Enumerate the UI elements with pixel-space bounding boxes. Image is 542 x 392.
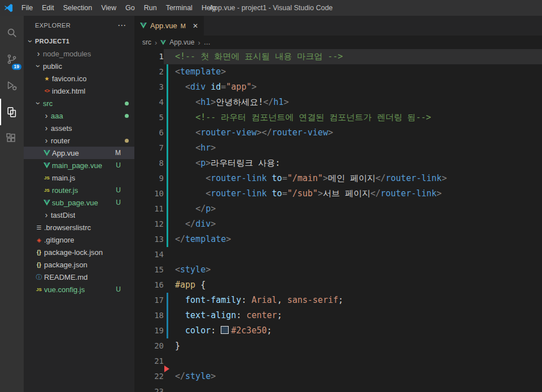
file-label: .gitignore [44,236,74,244]
js-file-icon: JS [42,175,52,180]
git-added-gutter-icon [167,64,168,80]
tree-item-node-modules[interactable]: ›node_modules [24,47,134,60]
code-line-16[interactable]: 16#app { [134,278,542,293]
code-line-13[interactable]: 13</template> [134,232,542,247]
activity-bar: 19 [0,16,24,392]
code-line-19[interactable]: 19 color: #2c3e50; [134,323,542,338]
vue-file-icon [42,150,52,156]
tree-item-project1[interactable]: ›PROJECT1 [24,35,134,47]
gutter [164,308,172,323]
git-added-gutter-icon [167,156,168,171]
code-line-21[interactable]: 21 [134,354,542,369]
menu-help[interactable]: Help [197,4,221,12]
tree-item-favicon-ico[interactable]: ★favicon.ico [24,72,134,85]
code-line-22[interactable]: 22</style> [134,369,542,384]
code-line-4[interactable]: 4 <h1>안녕하세요!</h1> [134,95,542,110]
line-number: 12 [134,217,164,232]
tree-item-main-page-vue[interactable]: main_page.vueU [24,159,134,171]
menu-go[interactable]: Go [121,4,139,12]
code-line-8[interactable]: 8 <p>라우터링크 사용: [134,156,542,171]
code-text: <!-- 첫 화면에 표시될 내용 마크업 --> [172,49,542,64]
breadcrumb-src[interactable]: src [142,38,151,46]
file-label: sub_page.vue [52,199,98,207]
tree-item--gitignore[interactable]: ◈.gitignore [24,234,134,246]
gutter [164,156,172,171]
gutter [164,64,172,80]
extensions-icon[interactable] [0,125,24,152]
git-added-gutter-icon [167,80,168,95]
color-swatch[interactable] [221,326,229,334]
code-line-2[interactable]: 2<template> [134,64,542,80]
code-line-7[interactable]: 7 <hr> [134,140,542,156]
code-text: <!-- 라우터 컴포넌트에 연결된 컴포넌트가 렌더링 됨--> [172,110,542,125]
menu-run[interactable]: Run [139,4,161,12]
code-line-3[interactable]: 3 <div id="app"> [134,80,542,95]
line-number: 18 [134,308,164,323]
tree-item-assets[interactable]: ›assets [24,122,134,134]
code-editor[interactable]: 1<!-- 첫 화면에 표시될 내용 마크업 -->2<template>3 <… [134,49,542,392]
code-text: </p> [172,201,542,217]
gutter [164,201,172,217]
tab-app-vue[interactable]: App.vue M ✕ [134,16,204,36]
code-line-23[interactable]: 23 [134,384,542,392]
tree-item-tastdist[interactable]: ›tastDist [24,209,134,221]
tree-item-src[interactable]: ›src [24,97,134,109]
breadcrumb-file[interactable]: App.vue [169,38,194,46]
file-label: App.vue [52,149,79,157]
tree-item-package-lock-json[interactable]: {}package-lock.json [24,246,134,258]
breadcrumb-symbol[interactable]: … [204,38,211,46]
tree-item-package-json[interactable]: {}package.json [24,258,134,271]
file-label: public [43,62,62,71]
tree-item-index-html[interactable]: <>index.html [24,85,134,97]
menu-edit[interactable]: Edit [37,4,59,12]
tree-item-vue-config-js[interactable]: JSvue.config.jsU [24,283,134,296]
code-text: font-family: Arial, sans-serif; [172,293,542,308]
tree-item-main-js[interactable]: JSmain.js [24,171,134,184]
tree-item-app-vue[interactable]: App.vueM [24,147,134,159]
tree-item-readme-md[interactable]: ⓘREADME.md [24,271,134,283]
search-icon[interactable] [0,19,24,46]
line-number: 9 [134,171,164,186]
code-line-10[interactable]: 10 <router-link to="/sub">서브 페이지</router… [134,186,542,201]
code-line-15[interactable]: 15<style> [134,262,542,278]
tree-item-sub-page-vue[interactable]: sub_page.vueU [24,196,134,209]
code-line-1[interactable]: 1<!-- 첫 화면에 표시될 내용 마크업 --> [134,49,542,64]
favicon-file-icon: ★ [42,76,52,82]
code-line-5[interactable]: 5 <!-- 라우터 컴포넌트에 연결된 컴포넌트가 렌더링 됨--> [134,110,542,125]
tree-item-router[interactable]: ›router [24,134,134,147]
gutter [164,217,172,232]
tree-item-router-js[interactable]: JSrouter.jsU [24,184,134,196]
menu-selection[interactable]: Selection [59,4,97,12]
more-actions-icon[interactable]: ⋯ [117,20,126,30]
code-line-11[interactable]: 11 </p> [134,201,542,217]
explorer-icon[interactable] [0,99,24,125]
menu-terminal[interactable]: Terminal [161,4,197,12]
tree-item-public[interactable]: ›public [24,60,134,72]
code-text: <hr> [172,140,542,156]
code-line-17[interactable]: 17 font-family: Arial, sans-serif; [134,293,542,308]
code-text: <style> [172,262,542,278]
code-line-14[interactable]: 14 [134,247,542,262]
file-label: index.html [52,87,85,95]
line-number: 17 [134,293,164,308]
git-status-badge: U [116,186,121,194]
tree-item-aaa[interactable]: ›aaa [24,109,134,122]
source-control-icon[interactable]: 19 [0,46,24,72]
file-label: aaa [51,112,63,120]
code-line-20[interactable]: 20} [134,338,542,354]
code-line-12[interactable]: 12 </div> [134,217,542,232]
scm-count-badge: 19 [12,64,21,71]
git-dot-badge [125,114,129,118]
code-text [172,384,542,392]
code-line-18[interactable]: 18 text-align: center; [134,308,542,323]
line-number: 23 [134,384,164,392]
tree-item--browserslistrc[interactable]: ☰.browserslistrc [24,221,134,234]
line-number: 14 [134,247,164,262]
menu-view[interactable]: View [97,4,121,12]
code-line-6[interactable]: 6 <router-view></router-view> [134,125,542,140]
code-line-9[interactable]: 9 <router-link to="/main">메인 페이지</router… [134,171,542,186]
close-tab-icon[interactable]: ✕ [193,22,198,30]
chevron-right-icon: › [42,124,51,132]
run-debug-icon[interactable] [0,72,24,99]
menu-file[interactable]: File [17,4,37,12]
